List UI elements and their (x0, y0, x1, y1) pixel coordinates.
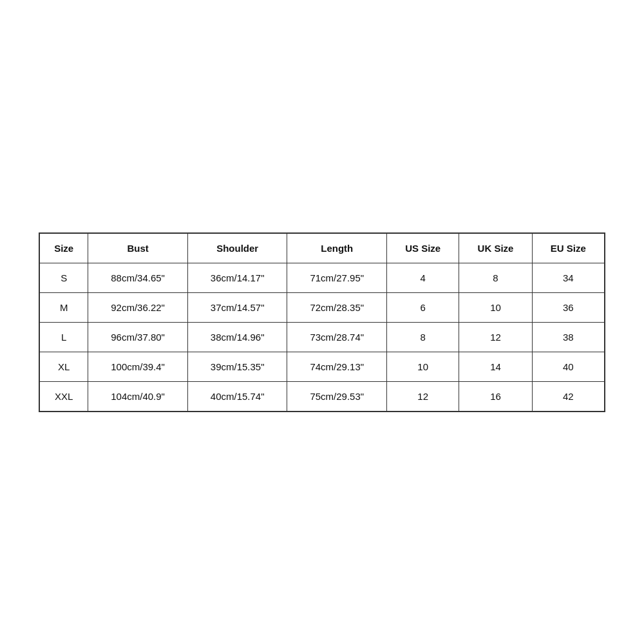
cell-shoulder: 39cm/15.35" (187, 352, 287, 381)
cell-size: S (40, 263, 88, 292)
cell-uk_size: 8 (459, 263, 532, 292)
cell-size: XL (40, 352, 88, 381)
cell-length: 74cm/29.13" (287, 352, 387, 381)
cell-eu_size: 42 (532, 381, 604, 411)
size-chart-container: Size Bust Shoulder Length US Size UK Siz… (39, 232, 605, 412)
table-row: L96cm/37.80"38cm/14.96"73cm/28.74"81238 (40, 322, 605, 352)
cell-size: L (40, 322, 88, 352)
cell-us_size: 12 (387, 381, 459, 411)
col-header-bust: Bust (88, 233, 188, 263)
cell-size: XXL (40, 381, 88, 411)
cell-us_size: 6 (387, 292, 459, 322)
cell-us_size: 8 (387, 322, 459, 352)
col-header-eu-size: EU Size (532, 233, 604, 263)
table-row: XXL104cm/40.9"40cm/15.74"75cm/29.53"1216… (40, 381, 605, 411)
cell-uk_size: 16 (459, 381, 532, 411)
col-header-us-size: US Size (387, 233, 459, 263)
cell-bust: 100cm/39.4" (88, 352, 188, 381)
cell-us_size: 10 (387, 352, 459, 381)
cell-length: 75cm/29.53" (287, 381, 387, 411)
cell-bust: 88cm/34.65" (88, 263, 188, 292)
cell-uk_size: 10 (459, 292, 532, 322)
col-header-size: Size (40, 233, 88, 263)
cell-eu_size: 36 (532, 292, 604, 322)
cell-uk_size: 14 (459, 352, 532, 381)
cell-eu_size: 38 (532, 322, 604, 352)
col-header-length: Length (287, 233, 387, 263)
cell-length: 71cm/27.95" (287, 263, 387, 292)
cell-shoulder: 40cm/15.74" (187, 381, 287, 411)
cell-bust: 92cm/36.22" (88, 292, 188, 322)
size-chart-table: Size Bust Shoulder Length US Size UK Siz… (39, 233, 605, 412)
table-row: XL100cm/39.4"39cm/15.35"74cm/29.13"10144… (40, 352, 605, 381)
table-row: M92cm/36.22"37cm/14.57"72cm/28.35"61036 (40, 292, 605, 322)
table-header-row: Size Bust Shoulder Length US Size UK Siz… (40, 233, 605, 263)
cell-bust: 104cm/40.9" (88, 381, 188, 411)
cell-uk_size: 12 (459, 322, 532, 352)
table-row: S88cm/34.65"36cm/14.17"71cm/27.95"4834 (40, 263, 605, 292)
cell-eu_size: 40 (532, 352, 604, 381)
cell-bust: 96cm/37.80" (88, 322, 188, 352)
cell-us_size: 4 (387, 263, 459, 292)
cell-length: 72cm/28.35" (287, 292, 387, 322)
col-header-uk-size: UK Size (459, 233, 532, 263)
cell-size: M (40, 292, 88, 322)
col-header-shoulder: Shoulder (187, 233, 287, 263)
cell-length: 73cm/28.74" (287, 322, 387, 352)
cell-shoulder: 37cm/14.57" (187, 292, 287, 322)
cell-shoulder: 36cm/14.17" (187, 263, 287, 292)
cell-eu_size: 34 (532, 263, 604, 292)
cell-shoulder: 38cm/14.96" (187, 322, 287, 352)
